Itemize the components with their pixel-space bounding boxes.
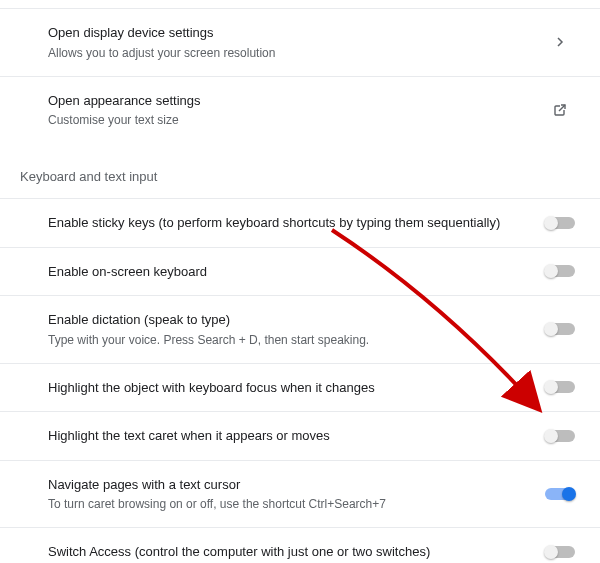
- external-link-icon: [540, 103, 580, 117]
- onscreen-keyboard-toggle[interactable]: [545, 265, 575, 277]
- row-title: Open appearance settings: [48, 91, 528, 111]
- highlight-focus-toggle[interactable]: [545, 381, 575, 393]
- toggle-control[interactable]: [540, 381, 580, 393]
- caret-browsing-row[interactable]: Navigate pages with a text cursor To tur…: [0, 461, 600, 529]
- row-title: Highlight the object with keyboard focus…: [48, 378, 528, 398]
- row-subtitle: Type with your voice. Press Search + D, …: [48, 331, 528, 349]
- settings-panel: Open display device settings Allows you …: [0, 0, 600, 563]
- row-subtitle: To turn caret browsing on or off, use th…: [48, 495, 528, 513]
- row-text: Highlight the object with keyboard focus…: [48, 378, 540, 398]
- row-text: Switch Access (control the computer with…: [48, 542, 540, 562]
- toggle-control[interactable]: [540, 265, 580, 277]
- highlight-caret-row[interactable]: Highlight the text caret when it appears…: [0, 412, 600, 461]
- toggle-control[interactable]: [540, 488, 580, 500]
- toggle-control[interactable]: [540, 323, 580, 335]
- row-title: Switch Access (control the computer with…: [48, 542, 528, 562]
- toggle-control[interactable]: [540, 430, 580, 442]
- caret-browsing-toggle[interactable]: [545, 488, 575, 500]
- dictation-toggle[interactable]: [545, 323, 575, 335]
- chevron-right-icon: [540, 37, 580, 47]
- row-text: Open appearance settings Customise your …: [48, 91, 540, 130]
- row-text: Enable dictation (speak to type) Type wi…: [48, 310, 540, 349]
- row-title: Enable sticky keys (to perform keyboard …: [48, 213, 528, 233]
- row-text: Navigate pages with a text cursor To tur…: [48, 475, 540, 514]
- onscreen-keyboard-row[interactable]: Enable on-screen keyboard: [0, 248, 600, 297]
- display-settings-row[interactable]: Open display device settings Allows you …: [0, 8, 600, 77]
- row-title: Enable on-screen keyboard: [48, 262, 528, 282]
- row-subtitle: Customise your text size: [48, 111, 528, 129]
- row-title: Open display device settings: [48, 23, 528, 43]
- section-header: Keyboard and text input: [0, 161, 600, 198]
- switch-access-row[interactable]: Switch Access (control the computer with…: [0, 528, 600, 563]
- highlight-focus-row[interactable]: Highlight the object with keyboard focus…: [0, 364, 600, 413]
- appearance-settings-row[interactable]: Open appearance settings Customise your …: [0, 77, 600, 144]
- toggle-control[interactable]: [540, 217, 580, 229]
- row-subtitle: Allows you to adjust your screen resolut…: [48, 44, 528, 62]
- row-title: Navigate pages with a text cursor: [48, 475, 528, 495]
- row-title: Enable dictation (speak to type): [48, 310, 528, 330]
- row-text: Open display device settings Allows you …: [48, 23, 540, 62]
- row-title: Highlight the text caret when it appears…: [48, 426, 528, 446]
- sticky-keys-row[interactable]: Enable sticky keys (to perform keyboard …: [0, 198, 600, 248]
- row-text: Enable sticky keys (to perform keyboard …: [48, 213, 540, 233]
- sticky-keys-toggle[interactable]: [545, 217, 575, 229]
- row-text: Highlight the text caret when it appears…: [48, 426, 540, 446]
- highlight-caret-toggle[interactable]: [545, 430, 575, 442]
- toggle-control[interactable]: [540, 546, 580, 558]
- switch-access-toggle[interactable]: [545, 546, 575, 558]
- dictation-row[interactable]: Enable dictation (speak to type) Type wi…: [0, 296, 600, 364]
- row-text: Enable on-screen keyboard: [48, 262, 540, 282]
